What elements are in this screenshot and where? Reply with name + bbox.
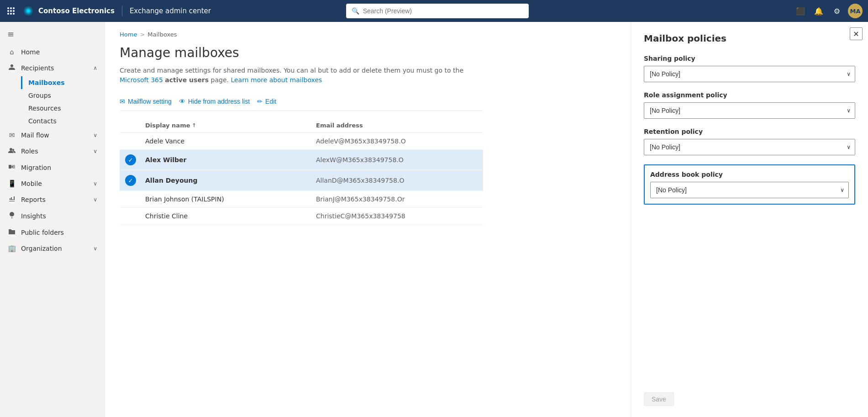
edit-button[interactable]: ✏ Edit <box>257 96 276 107</box>
sidebar-item-roles[interactable]: Roles ∨ <box>0 143 105 159</box>
right-panel: ✕ Mailbox policies Sharing policy [No Po… <box>631 22 868 417</box>
reports-icon <box>7 195 16 204</box>
avatar[interactable]: MA <box>848 4 863 18</box>
mail-flow-icon: ✉ <box>7 131 16 139</box>
row-email: BrianJ@M365x38349758.Or <box>312 193 483 206</box>
bell-icon[interactable]: 🔔 <box>811 4 826 18</box>
address-book-policy-select-wrapper: [No Policy] ∨ <box>650 182 849 198</box>
toolbar: ✉ Mailflow setting 👁 Hide from address l… <box>120 96 483 111</box>
sidebar-hamburger-button[interactable]: ≡ <box>0 26 105 42</box>
microsoft365-link[interactable]: Microsoft 365 <box>120 76 163 84</box>
topbar: Contoso Electronics Exchange admin cente… <box>0 0 868 22</box>
sidebar-item-mobile-label: Mobile <box>21 180 89 187</box>
screen-share-icon[interactable]: ⬛ <box>793 4 808 18</box>
main-content: Home > Mailboxes Manage mailboxes Create… <box>105 22 631 417</box>
breadcrumb: Home > Mailboxes <box>120 31 483 38</box>
search-input[interactable] <box>363 7 523 15</box>
sharing-policy-select[interactable]: [No Policy] <box>644 66 855 82</box>
insights-icon <box>7 211 16 221</box>
settings-icon[interactable]: ⚙ <box>830 4 844 18</box>
row-select-cell: ✓ <box>120 172 142 189</box>
sharing-policy-section: Sharing policy [No Policy] ∨ <box>644 55 855 82</box>
close-icon: ✕ <box>853 30 859 38</box>
home-icon: ⌂ <box>7 48 16 56</box>
sidebar-item-recipients[interactable]: Recipients ∧ <box>0 60 105 76</box>
sharing-policy-select-wrapper: [No Policy] ∨ <box>644 66 855 82</box>
mailboxes-table: Display name ↑ Email address Adele Vance… <box>120 118 483 225</box>
sidebar-item-migration-label: Migration <box>21 164 97 171</box>
sharing-policy-label: Sharing policy <box>644 55 855 62</box>
topbar-divider <box>122 5 122 16</box>
role-assignment-policy-select-wrapper: [No Policy] ∨ <box>644 102 855 119</box>
edit-icon: ✏ <box>257 98 263 105</box>
sidebar-item-roles-label: Roles <box>21 148 89 155</box>
page-description: Create and manage settings for shared ma… <box>120 66 483 85</box>
sidebar-item-resources[interactable]: Resources <box>21 102 105 115</box>
breadcrumb-home[interactable]: Home <box>120 31 137 38</box>
sidebar-item-migration[interactable]: Migration <box>0 159 105 176</box>
organization-icon: 🏢 <box>7 244 16 253</box>
sidebar-item-reports[interactable]: Reports ∨ <box>0 191 105 208</box>
app-name: Exchange admin center <box>130 7 211 15</box>
table-header-select <box>120 122 142 129</box>
company-logo: Contoso Electronics <box>22 5 115 17</box>
recipients-icon <box>7 63 16 73</box>
row-display-name: Christie Cline <box>142 210 312 222</box>
retention-policy-select[interactable]: [No Policy] <box>644 139 855 155</box>
sidebar-sub-recipients: Mailboxes Groups Resources Contacts <box>0 76 105 127</box>
table-row[interactable]: Adele Vance AdeleV@M365x38349758.O <box>120 133 483 150</box>
sidebar-item-mail-flow[interactable]: ✉ Mail flow ∨ <box>0 127 105 143</box>
roles-icon <box>7 147 16 156</box>
sidebar-item-groups[interactable]: Groups <box>21 89 105 102</box>
mailflow-setting-button[interactable]: ✉ Mailflow setting <box>120 96 172 107</box>
row-selected-check: ✓ <box>125 154 136 165</box>
app-launcher-button[interactable] <box>5 5 16 16</box>
row-email: AdeleV@M365x38349758.O <box>312 135 483 148</box>
active-users-text: active users <box>165 76 209 84</box>
sidebar-item-organization[interactable]: 🏢 Organization ∨ <box>0 241 105 256</box>
sidebar-item-contacts[interactable]: Contacts <box>21 115 105 127</box>
address-book-policy-section: Address book policy [No Policy] ∨ <box>644 164 855 205</box>
table-row[interactable]: ✓ Alex Wilber AlexW@M365x38349758.O <box>120 150 483 170</box>
sidebar-item-insights[interactable]: Insights <box>0 208 105 224</box>
table-header-email[interactable]: Email address <box>312 122 483 129</box>
save-button[interactable]: Save <box>644 392 674 406</box>
address-book-policy-label: Address book policy <box>650 171 849 178</box>
sidebar-item-public-folders-label: Public folders <box>21 229 97 236</box>
role-assignment-policy-select[interactable]: [No Policy] <box>644 102 855 119</box>
row-select-cell: ✓ <box>120 152 142 168</box>
sidebar: ≡ ⌂ Home Recipients ∧ Mailboxes Groups R… <box>0 22 105 417</box>
recipients-chevron-icon: ∧ <box>93 65 97 71</box>
organization-chevron-icon: ∨ <box>93 245 97 252</box>
sidebar-item-organization-label: Organization <box>21 245 89 252</box>
table-row[interactable]: Christie Cline ChristieC@M365x38349758 <box>120 208 483 225</box>
search-box[interactable]: 🔍 <box>346 4 529 18</box>
table-row[interactable]: Brian Johnson (TAILSPIN) BrianJ@M365x383… <box>120 191 483 208</box>
row-display-name: Brian Johnson (TAILSPIN) <box>142 193 312 206</box>
sidebar-item-mobile[interactable]: 📱 Mobile ∨ <box>0 176 105 191</box>
company-name: Contoso Electronics <box>38 7 115 15</box>
panel-footer: Save <box>644 383 855 406</box>
sidebar-item-public-folders[interactable]: Public folders <box>0 224 105 241</box>
row-email: AllanD@M365x38349758.O <box>312 174 483 187</box>
row-display-name: Adele Vance <box>142 135 312 148</box>
address-book-policy-select[interactable]: [No Policy] <box>650 182 849 198</box>
sidebar-item-mailboxes[interactable]: Mailboxes <box>21 76 105 89</box>
retention-policy-select-wrapper: [No Policy] ∨ <box>644 139 855 155</box>
layout: ≡ ⌂ Home Recipients ∧ Mailboxes Groups R… <box>0 22 868 417</box>
row-select-cell <box>120 138 142 144</box>
role-assignment-policy-section: Role assignment policy [No Policy] ∨ <box>644 91 855 119</box>
role-assignment-policy-label: Role assignment policy <box>644 91 855 99</box>
table-row[interactable]: ✓ Allan Deyoung AllanD@M365x38349758.O <box>120 170 483 191</box>
sidebar-item-home[interactable]: ⌂ Home <box>0 44 105 60</box>
topbar-right: ⬛ 🔔 ⚙ MA <box>793 4 863 18</box>
search-icon: 🔍 <box>352 7 359 15</box>
panel-close-button[interactable]: ✕ <box>850 27 863 40</box>
learn-more-link[interactable]: Learn more about mailboxes <box>231 76 322 84</box>
panel-title: Mailbox policies <box>644 33 855 44</box>
row-display-name: Allan Deyoung <box>142 174 312 187</box>
breadcrumb-current: Mailboxes <box>147 31 177 38</box>
public-folders-icon <box>7 228 16 237</box>
hide-address-list-button[interactable]: 👁 Hide from address list <box>179 96 250 107</box>
table-header-display-name[interactable]: Display name ↑ <box>142 122 312 129</box>
